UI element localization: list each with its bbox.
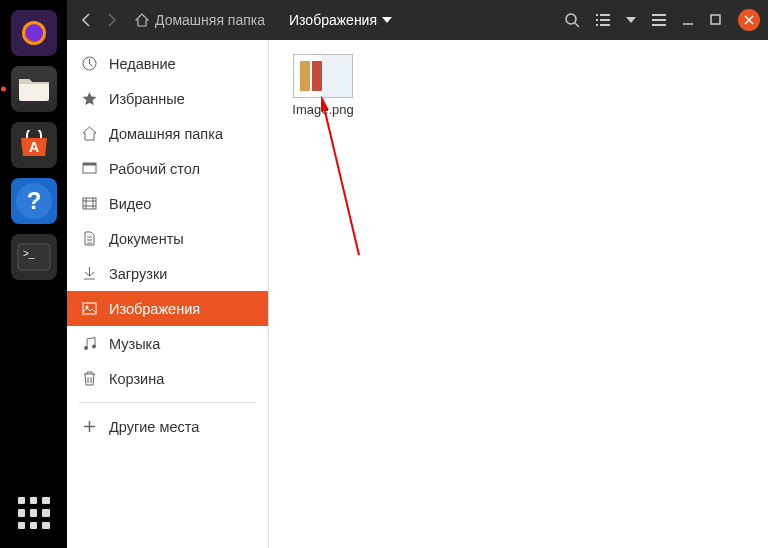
firefox-icon bbox=[18, 17, 50, 49]
sidebar-item-music[interactable]: Музыка bbox=[67, 326, 268, 361]
file-name-label: Image.png bbox=[292, 102, 353, 117]
music-icon bbox=[81, 336, 97, 352]
video-icon bbox=[81, 196, 97, 212]
sidebar-item-pictures[interactable]: Изображения bbox=[67, 291, 268, 326]
view-list-button[interactable] bbox=[590, 6, 616, 34]
plus-icon bbox=[81, 419, 97, 435]
minimize-icon bbox=[682, 14, 694, 26]
sidebar-divider bbox=[79, 402, 256, 403]
search-icon bbox=[565, 13, 580, 28]
sidebar-item-desktop[interactable]: Рабочий стол bbox=[67, 151, 268, 186]
sidebar-item-label: Домашняя папка bbox=[109, 126, 223, 142]
sidebar-item-downloads[interactable]: Загрузки bbox=[67, 256, 268, 291]
svg-point-15 bbox=[84, 346, 88, 350]
clock-icon bbox=[81, 56, 97, 72]
sidebar-item-label: Другие места bbox=[109, 419, 199, 435]
breadcrumb[interactable]: Домашняя папка bbox=[135, 12, 265, 28]
chevron-right-icon bbox=[107, 13, 117, 27]
download-icon bbox=[81, 266, 97, 282]
dock: A ? >_ bbox=[0, 0, 67, 548]
dock-files[interactable] bbox=[11, 66, 57, 112]
folder-icon bbox=[17, 75, 51, 103]
document-icon bbox=[81, 231, 97, 247]
window-maximize-button[interactable] bbox=[704, 6, 728, 34]
sidebar-item-label: Корзина bbox=[109, 371, 164, 387]
svg-rect-12 bbox=[83, 198, 96, 209]
svg-line-17 bbox=[323, 103, 359, 255]
trash-icon bbox=[81, 371, 97, 387]
search-button[interactable] bbox=[559, 6, 586, 34]
maximize-icon bbox=[710, 14, 722, 26]
nav-back-button[interactable] bbox=[75, 6, 97, 34]
window-close-button[interactable] bbox=[738, 9, 760, 31]
home-icon bbox=[81, 126, 97, 142]
svg-point-16 bbox=[92, 345, 96, 349]
list-icon bbox=[596, 14, 610, 26]
sidebar-item-label: Загрузки bbox=[109, 266, 167, 282]
svg-text:>_: >_ bbox=[23, 248, 35, 259]
window-minimize-button[interactable] bbox=[676, 6, 700, 34]
terminal-icon: >_ bbox=[17, 243, 51, 271]
star-icon bbox=[81, 91, 97, 107]
svg-text:A: A bbox=[28, 139, 38, 155]
dock-firefox[interactable] bbox=[11, 10, 57, 56]
annotation-arrow bbox=[319, 95, 379, 265]
svg-rect-11 bbox=[83, 163, 96, 166]
hamburger-icon bbox=[652, 14, 666, 26]
headerbar: Домашняя папка Изображения bbox=[67, 0, 768, 40]
breadcrumb-home[interactable]: Домашняя папка bbox=[155, 12, 265, 28]
content-pane[interactable]: Image.png bbox=[269, 40, 768, 548]
sidebar-item-documents[interactable]: Документы bbox=[67, 221, 268, 256]
breadcrumb-current[interactable]: Изображения bbox=[289, 12, 392, 28]
svg-point-7 bbox=[566, 14, 576, 24]
file-manager-window: Домашняя папка Изображения bbox=[67, 0, 768, 548]
dock-software[interactable]: A bbox=[11, 122, 57, 168]
sidebar-item-label: Музыка bbox=[109, 336, 160, 352]
dock-help[interactable]: ? bbox=[11, 178, 57, 224]
pictures-icon bbox=[81, 301, 97, 317]
sidebar-item-other-locations[interactable]: Другие места bbox=[67, 409, 268, 444]
svg-rect-8 bbox=[711, 15, 720, 24]
close-icon bbox=[744, 15, 754, 25]
chevron-left-icon bbox=[81, 13, 91, 27]
sidebar-item-recent[interactable]: Недавние bbox=[67, 46, 268, 81]
nav-forward-button[interactable] bbox=[101, 6, 123, 34]
home-icon bbox=[135, 13, 149, 27]
sidebar-item-label: Документы bbox=[109, 231, 184, 247]
sidebar-item-trash[interactable]: Корзина bbox=[67, 361, 268, 396]
image-thumbnail bbox=[293, 54, 353, 98]
svg-text:?: ? bbox=[26, 187, 41, 214]
sidebar-item-home[interactable]: Домашняя папка bbox=[67, 116, 268, 151]
triangle-down-icon bbox=[382, 17, 392, 23]
sidebar-item-label: Видео bbox=[109, 196, 151, 212]
view-options-button[interactable] bbox=[620, 6, 642, 34]
sidebar-item-label: Избранные bbox=[109, 91, 185, 107]
file-item[interactable]: Image.png bbox=[283, 54, 363, 117]
sidebar-item-label: Изображения bbox=[109, 301, 200, 317]
dock-terminal[interactable]: >_ bbox=[11, 234, 57, 280]
sidebar-item-starred[interactable]: Избранные bbox=[67, 81, 268, 116]
shopping-bag-icon: A bbox=[17, 130, 51, 160]
sidebar-item-label: Недавние bbox=[109, 56, 176, 72]
svg-rect-13 bbox=[83, 303, 96, 314]
triangle-down-icon bbox=[626, 17, 636, 23]
sidebar-item-label: Рабочий стол bbox=[109, 161, 200, 177]
desktop-icon bbox=[81, 161, 97, 177]
sidebar-item-videos[interactable]: Видео bbox=[67, 186, 268, 221]
dock-app-grid[interactable] bbox=[13, 492, 55, 534]
help-icon: ? bbox=[14, 181, 54, 221]
hamburger-menu-button[interactable] bbox=[646, 6, 672, 34]
sidebar: Недавние Избранные Домашняя папка Рабочи… bbox=[67, 40, 269, 548]
